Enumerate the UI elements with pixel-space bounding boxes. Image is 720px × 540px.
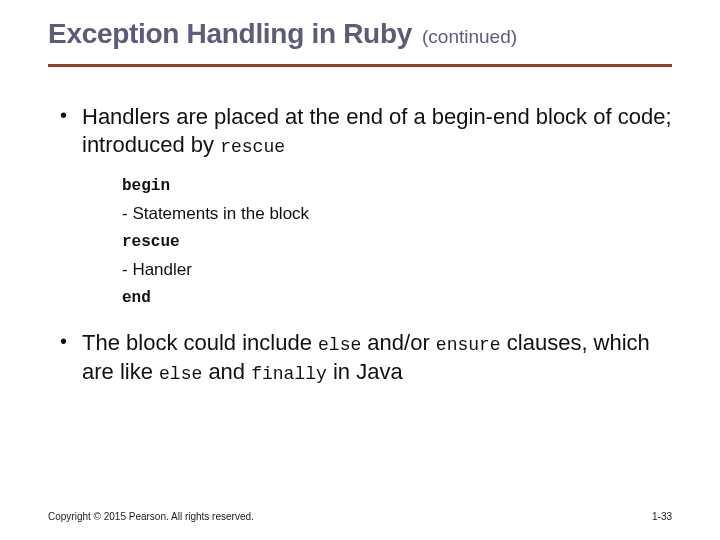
footer: Copyright © 2015 Pearson. All rights res…: [48, 511, 672, 522]
b2-k4: finally: [251, 364, 327, 384]
bullet-2: The block could include else and/or ensu…: [54, 329, 672, 385]
code-kw-end: end: [122, 289, 151, 307]
slide: Exception Handling in Ruby (continued) H…: [0, 0, 720, 540]
slide-body: Handlers are placed at the end of a begi…: [48, 103, 672, 386]
code-kw-begin: begin: [122, 177, 170, 195]
code-kw-rescue: rescue: [122, 233, 180, 251]
title-row: Exception Handling in Ruby (continued): [48, 18, 672, 50]
b2-s2: and/or: [361, 330, 436, 355]
code-line-4: - Handler: [122, 256, 672, 283]
b2-s4: and: [202, 359, 251, 384]
bullet-1-kw: rescue: [220, 137, 285, 157]
bullet-1: Handlers are placed at the end of a begi…: [54, 103, 672, 311]
b2-k1: else: [318, 335, 361, 355]
bullet-1-text: Handlers are placed at the end of a begi…: [82, 104, 672, 157]
slide-title: Exception Handling in Ruby: [48, 18, 412, 50]
b2-k3: else: [159, 364, 202, 384]
slide-continued: (continued): [422, 26, 517, 48]
title-rule: [48, 64, 672, 67]
bullet-list: Handlers are placed at the end of a begi…: [54, 103, 672, 386]
page-number: 1-33: [652, 511, 672, 522]
code-line-2: - Statements in the block: [122, 200, 672, 227]
code-block: begin - Statements in the block rescue -…: [122, 171, 672, 311]
copyright: Copyright © 2015 Pearson. All rights res…: [48, 511, 254, 522]
b2-s1: The block could include: [82, 330, 318, 355]
b2-s5: in Java: [327, 359, 403, 384]
b2-k2: ensure: [436, 335, 501, 355]
